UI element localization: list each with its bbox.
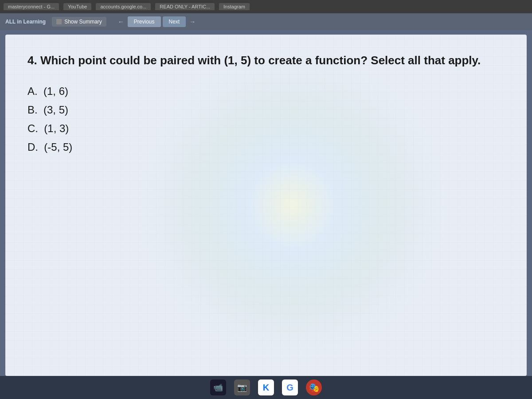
option-d[interactable]: D. (-5, 5) bbox=[27, 140, 505, 154]
summary-icon bbox=[56, 19, 62, 24]
main-area: 4. Which point could be paired with (1, … bbox=[0, 30, 532, 376]
nav-controls: ← Previous Next → bbox=[116, 16, 197, 27]
google-icon[interactable]: G bbox=[282, 379, 298, 395]
option-c[interactable]: C. (1, 3) bbox=[27, 121, 505, 136]
camera-icon[interactable]: 📹 bbox=[210, 379, 226, 395]
previous-button[interactable]: Previous bbox=[128, 16, 161, 27]
tab-read-only[interactable]: READ ONLY - ARTIC... bbox=[155, 3, 215, 10]
option-b[interactable]: B. (3, 5) bbox=[27, 103, 505, 117]
previous-arrow-icon[interactable]: ← bbox=[116, 18, 126, 25]
show-summary-button[interactable]: Show Summary bbox=[52, 17, 106, 27]
taskbar: 📹 📷 K G 🎭 bbox=[0, 376, 532, 399]
brand-label: ALL in Learning bbox=[5, 19, 46, 25]
next-button[interactable]: Next bbox=[163, 16, 186, 27]
question-title: 4. Which point could be paired with (1, … bbox=[27, 52, 505, 68]
next-arrow-icon[interactable]: → bbox=[188, 18, 197, 25]
browser-tab-bar: masteryconnect - G... YouTube accounts.g… bbox=[0, 0, 532, 13]
question-card: 4. Which point could be paired with (1, … bbox=[5, 35, 527, 376]
option-a[interactable]: A. (1, 6) bbox=[27, 84, 505, 98]
tab-masteryconnect[interactable]: masteryconnect - G... bbox=[4, 3, 59, 10]
tab-youtube[interactable]: YouTube bbox=[63, 3, 91, 10]
photo-icon[interactable]: 📷 bbox=[234, 379, 250, 395]
answer-options: A. (1, 6) B. (3, 5) C. (1, 3) D. (-5, 5) bbox=[27, 84, 505, 154]
app-icon[interactable]: 🎭 bbox=[306, 379, 322, 395]
toolbar: ALL in Learning Show Summary ← Previous … bbox=[0, 13, 532, 30]
tab-instagram[interactable]: Instagram bbox=[219, 3, 250, 10]
khan-academy-icon[interactable]: K bbox=[258, 379, 274, 395]
tab-accounts-google[interactable]: accounts.google.co... bbox=[96, 3, 151, 10]
